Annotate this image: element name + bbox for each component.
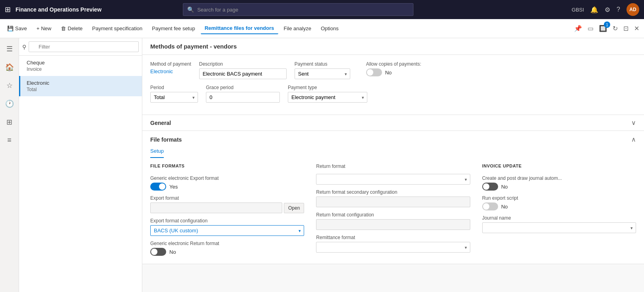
create-post-toggle[interactable]: No	[482, 183, 636, 191]
export-format-config-select[interactable]: BACS (UK custom)	[150, 225, 304, 236]
general-collapse-icon[interactable]: ∨	[631, 119, 636, 127]
create-post-knob	[483, 183, 489, 190]
generic-export-value: Yes	[169, 184, 178, 190]
user-avatar[interactable]: AD	[627, 3, 639, 16]
form-section-top: Method of payment Electronic Description…	[142, 55, 644, 115]
notification-count: 1	[604, 21, 610, 28]
star-icon[interactable]: ☆	[3, 78, 16, 93]
run-export-toggle[interactable]: No	[482, 202, 636, 210]
options-button[interactable]: Options	[317, 23, 343, 34]
return-format-secondary-label: Return format secondary configuration	[316, 189, 470, 195]
top-bar-right: GBSI 🔔 ⚙ ? AD	[572, 3, 639, 16]
method-of-payment-field: Method of payment Electronic	[150, 61, 191, 74]
expand-icon[interactable]: ⊡	[622, 23, 630, 34]
grid-icon[interactable]: ⊞	[5, 5, 11, 14]
return-format-config-field: Return format configuration	[316, 212, 470, 230]
description-input[interactable]	[199, 68, 287, 79]
delete-button[interactable]: 🗑 Delete	[57, 23, 87, 34]
settings-icon[interactable]: ⚙	[605, 6, 610, 14]
method-of-payment-value[interactable]: Electronic	[150, 68, 191, 74]
payment-fee-setup-button[interactable]: Payment fee setup	[148, 23, 199, 34]
remittance-format-wrap	[316, 242, 470, 253]
export-format-label: Export format	[150, 195, 304, 201]
panel-icon[interactable]: ▭	[586, 23, 595, 34]
content-header: Methods of payment - vendors	[142, 38, 644, 55]
invoice-update-col: INVOICE UPDATE Create and post draw jour…	[482, 164, 636, 256]
close-icon[interactable]: ✕	[632, 23, 641, 34]
payment-specification-button[interactable]: Payment specification	[88, 23, 146, 34]
notif-wrap: 🔲 1	[597, 23, 609, 34]
allow-copies-knob	[367, 69, 373, 76]
list-icon[interactable]: ≡	[4, 133, 15, 148]
grace-period-input[interactable]	[206, 92, 280, 103]
notifications-icon[interactable]: 🔔	[590, 6, 598, 14]
remittance-format-select[interactable]	[316, 242, 470, 253]
return-format-select[interactable]	[316, 174, 470, 185]
payment-status-select[interactable]: Sent None Received	[295, 68, 350, 79]
list-item-electronic[interactable]: Electronic Total	[19, 76, 142, 96]
filter-input[interactable]	[29, 41, 139, 52]
remittance-files-button[interactable]: Remittance files for vendors	[201, 23, 278, 34]
period-field: Period Total Invoice Date	[150, 85, 198, 103]
form-row-1: Method of payment Electronic Description…	[150, 61, 636, 79]
journal-name-wrap	[482, 222, 636, 233]
run-export-field: Run export script No	[482, 195, 636, 210]
list-item-cheque[interactable]: Cheque Invoice	[19, 56, 142, 76]
run-export-switch[interactable]	[482, 202, 498, 210]
allow-copies-switch[interactable]	[366, 68, 382, 76]
workspace-icon[interactable]: ⊞	[3, 115, 16, 130]
journal-name-label: Journal name	[482, 215, 636, 221]
payment-type-select[interactable]: Electronic payment Check Other	[288, 92, 367, 103]
generic-return-switch[interactable]	[150, 248, 166, 256]
return-format-secondary-input[interactable]	[316, 197, 470, 207]
pin-icon[interactable]: 📌	[572, 23, 584, 34]
period-select-wrap: Total Invoice Date	[150, 92, 198, 103]
home-icon[interactable]: 🏠	[2, 60, 17, 75]
file-formats-collapse-icon[interactable]: ∧	[631, 136, 636, 143]
run-export-knob	[483, 203, 489, 210]
delete-icon: 🗑	[61, 25, 66, 31]
payment-type-label: Payment type	[288, 85, 367, 90]
payment-type-select-wrap: Electronic payment Check Other	[288, 92, 367, 103]
payment-status-select-wrap: Sent None Received	[295, 68, 350, 79]
open-button[interactable]: Open	[284, 203, 304, 213]
allow-copies-toggle[interactable]: No	[366, 68, 421, 76]
journal-name-select[interactable]	[482, 222, 636, 233]
create-post-field: Create and post draw journal autom... No	[482, 175, 636, 191]
new-button[interactable]: + New	[33, 23, 56, 34]
payment-status-label: Payment status	[295, 61, 350, 67]
ff-col-title: FILE FORMATS	[150, 164, 304, 168]
return-format-col-title: Return format	[316, 164, 470, 169]
general-header[interactable]: General ∨	[142, 115, 644, 130]
remittance-format-field: Remittance format	[316, 235, 470, 253]
export-format-field: Export format Open	[150, 195, 304, 213]
period-select[interactable]: Total Invoice Date	[150, 92, 198, 103]
file-analyze-button[interactable]: File analyze	[280, 23, 315, 34]
generic-return-toggle[interactable]: No	[150, 248, 304, 256]
description-label: Description	[199, 61, 287, 67]
create-post-switch[interactable]	[482, 183, 498, 191]
export-format-input[interactable]	[150, 202, 282, 213]
file-formats-col: FILE FORMATS Generic electronic Export f…	[150, 164, 304, 256]
search-bar[interactable]: 🔍	[183, 3, 413, 16]
filter-icon-left[interactable]: ⚲	[22, 44, 26, 50]
run-export-value: No	[501, 204, 508, 210]
general-section: General ∨	[142, 115, 644, 131]
refresh-icon[interactable]: ↻	[611, 23, 619, 34]
grace-period-field: Grace period	[206, 85, 280, 103]
return-format-wrap	[316, 174, 470, 185]
clock-icon[interactable]: 🕐	[2, 96, 17, 111]
file-formats-title: File formats	[150, 136, 182, 143]
top-bar: ⊞ Finance and Operations Preview 🔍 GBSI …	[0, 0, 644, 19]
setup-tab[interactable]: Setup	[150, 145, 164, 158]
generic-return-field: Generic electronic Return format No	[150, 241, 304, 256]
hamburger-icon[interactable]: ☰	[3, 41, 16, 56]
generic-export-toggle[interactable]: Yes	[150, 183, 304, 191]
payment-status-field: Payment status Sent None Received	[295, 61, 350, 79]
save-button[interactable]: 💾 Save	[3, 23, 31, 34]
country-code: GBSI	[572, 7, 584, 13]
search-input[interactable]	[197, 7, 409, 13]
return-format-config-input[interactable]	[316, 219, 470, 230]
generic-export-switch[interactable]	[150, 183, 166, 191]
help-icon[interactable]: ?	[617, 6, 620, 13]
